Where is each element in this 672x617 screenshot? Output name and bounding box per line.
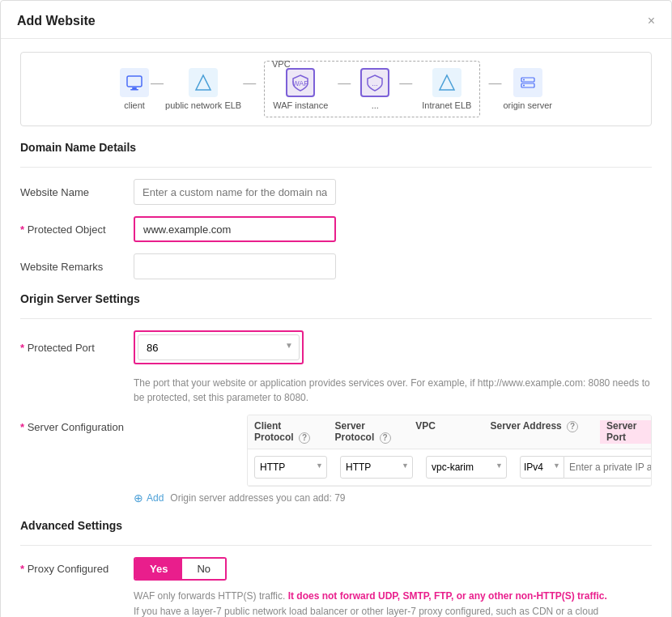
col-vpc-header: VPC — [409, 420, 483, 444]
server-address-info-icon: ? — [567, 421, 578, 432]
vpc-select-wrapper: vpc-karim — [426, 456, 507, 479]
protected-object-input[interactable] — [134, 216, 336, 242]
intranet-elb-label: Intranet ELB — [422, 100, 471, 110]
website-remarks-row: Website Remarks — [20, 253, 652, 279]
svg-point-10 — [523, 85, 525, 87]
add-circle-icon: ⊕ — [134, 491, 143, 504]
add-origin-row: ⊕ Add Origin server addresses you can ad… — [134, 491, 652, 504]
add-website-modal: Add Website × VPC client — public networ… — [0, 0, 672, 617]
vpc-cell: vpc-karim — [419, 456, 513, 479]
server-address-cell: IPv4 IPv6 — [513, 456, 652, 479]
table-header-row: Client Protocol ? Server Protocol ? VPC … — [248, 415, 651, 449]
col-server-protocol-header: Server Protocol ? — [329, 420, 410, 444]
domain-name-details-title: Domain Name Details — [20, 141, 652, 157]
website-name-input[interactable] — [134, 179, 336, 205]
origin-server-label: origin server — [503, 100, 552, 110]
proxy-btn-group: Yes No — [134, 557, 227, 581]
diagram-origin-server: origin server — [503, 68, 552, 110]
server-config-table: Client Protocol ? Server Protocol ? VPC … — [247, 415, 652, 487]
client-icon — [120, 68, 149, 97]
server-config-row: Server Configuration Client Protocol ? S… — [20, 415, 652, 487]
website-name-row: Website Name — [20, 179, 652, 205]
public-elb-icon — [189, 68, 218, 97]
client-protocol-info-icon: ? — [299, 432, 310, 444]
divider-3 — [20, 545, 652, 546]
vpc-label: VPC — [272, 59, 291, 69]
ip-address-input[interactable] — [564, 456, 652, 479]
col-server-address-header: Server Address ? — [483, 420, 600, 444]
server-protocol-select[interactable]: HTTP HTTPS — [340, 456, 413, 479]
website-remarks-label: Website Remarks — [20, 261, 134, 273]
protected-object-row: Protected Object — [20, 216, 652, 242]
intranet-elb-icon — [432, 68, 461, 97]
arrow-3: — — [338, 76, 351, 102]
svg-marker-3 — [196, 75, 211, 90]
diagram-client: client — [120, 68, 149, 110]
diagram-public-elb: public network ELB — [165, 68, 241, 110]
origin-server-settings-title: Origin Server Settings — [20, 292, 652, 308]
dots-label: ... — [372, 100, 379, 110]
server-config-label: Server Configuration — [20, 415, 134, 433]
public-elb-label: public network ELB — [165, 100, 241, 110]
architecture-diagram: VPC client — public network ELB — W — [20, 52, 652, 126]
waf-label: WAF instance — [273, 100, 328, 110]
close-button[interactable]: × — [648, 14, 655, 28]
ipv4-select-wrapper: IPv4 IPv6 — [520, 456, 564, 479]
proxy-info-text: WAF only forwards HTTP(S) traffic. It do… — [134, 589, 652, 617]
origin-server-icon — [513, 68, 542, 97]
diagram-intranet-elb: Intranet ELB — [422, 68, 471, 110]
svg-rect-2 — [130, 89, 138, 91]
protected-object-label: Protected Object — [20, 223, 134, 236]
svg-text:WAF: WAF — [292, 79, 308, 87]
server-protocol-info-icon: ? — [380, 432, 391, 444]
vpc-box: WAF WAF instance — ... ... — Intra — [264, 61, 480, 117]
waf-icon: WAF — [286, 68, 315, 97]
server-protocol-select-wrapper: HTTP HTTPS — [340, 456, 413, 479]
proxy-yes-button[interactable]: Yes — [135, 559, 182, 579]
proxy-info-line1: WAF only forwards HTTP(S) traffic. — [134, 590, 285, 602]
protected-port-label: Protected Port — [20, 342, 134, 354]
divider-2 — [20, 318, 652, 319]
col-server-port-header: Server Port — [600, 420, 651, 444]
diagram-waf: WAF WAF instance — [273, 68, 328, 110]
port-help-text: The port that your website or applicatio… — [134, 376, 652, 405]
modal-header: Add Website × — [1, 1, 671, 39]
add-label[interactable]: Add — [147, 492, 164, 504]
add-suffix: Origin server addresses you can add: 79 — [170, 492, 345, 504]
ipv4-select[interactable]: IPv4 IPv6 — [520, 456, 564, 479]
divider-1 — [20, 167, 652, 168]
dots-icon: ... — [360, 68, 389, 97]
vpc-select[interactable]: vpc-karim — [426, 456, 507, 479]
proxy-info-warn: It does not forward UDP, SMTP, FTP, or a… — [288, 590, 607, 602]
arrow-1: — — [151, 76, 164, 102]
modal-title: Add Website — [17, 14, 96, 28]
proxy-configured-row: Proxy Configured Yes No — [20, 557, 652, 581]
diagram-dots: ... ... — [360, 68, 389, 110]
client-protocol-select-wrapper: HTTP HTTPS — [254, 456, 327, 479]
proxy-configured-label: Proxy Configured — [20, 563, 134, 575]
client-label: client — [124, 100, 145, 110]
website-remarks-input[interactable] — [134, 253, 336, 279]
port-select-wrapper: 86 80 8080 443 8443 — [138, 334, 300, 360]
arrow-4: — — [399, 76, 412, 102]
svg-point-9 — [523, 79, 525, 81]
advanced-settings-title: Advanced Settings — [20, 519, 652, 535]
protected-port-select[interactable]: 86 80 8080 443 8443 — [138, 334, 300, 360]
protected-port-wrapper: 86 80 8080 443 8443 — [134, 330, 304, 364]
proxy-info-line2: If you have a layer-7 public network loa… — [134, 606, 649, 617]
server-protocol-cell: HTTP HTTPS — [334, 456, 419, 479]
svg-rect-1 — [132, 87, 137, 89]
client-protocol-cell: HTTP HTTPS — [248, 456, 334, 479]
server-address-group: IPv4 IPv6 — [520, 456, 652, 479]
arrow-5: — — [488, 76, 501, 102]
table-row: HTTP HTTPS HTTP HTTPS — [248, 449, 651, 486]
arrow-2: — — [243, 76, 256, 102]
client-protocol-select[interactable]: HTTP HTTPS — [254, 456, 327, 479]
svg-rect-0 — [127, 76, 142, 87]
website-name-label: Website Name — [20, 186, 134, 198]
protected-port-row: Protected Port 86 80 8080 443 8443 — [20, 330, 652, 364]
proxy-no-button[interactable]: No — [182, 559, 225, 579]
modal-body: VPC client — public network ELB — W — [1, 39, 671, 617]
svg-marker-6 — [440, 75, 454, 90]
col-client-protocol-header: Client Protocol ? — [248, 420, 329, 444]
